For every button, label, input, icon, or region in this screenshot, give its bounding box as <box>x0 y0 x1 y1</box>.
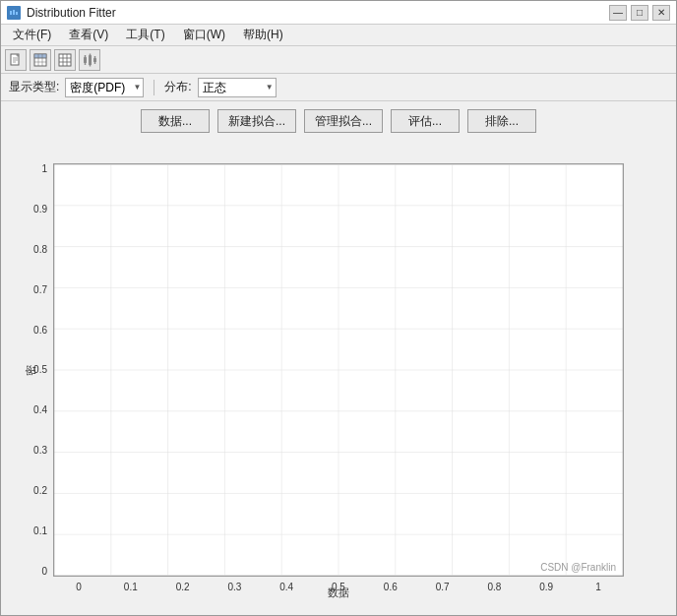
y-tick-1: 0.1 <box>18 525 47 536</box>
dist-select-wrapper: 正态 均匀 泊松 指数 <box>198 78 277 97</box>
menu-view[interactable]: 查看(V) <box>61 25 116 45</box>
main-window: Distribution Fitter — □ ✕ 文件(F) 查看(V) 工具… <box>0 0 677 616</box>
app-icon <box>7 6 21 20</box>
settings-btn[interactable] <box>79 49 100 71</box>
display-type-select[interactable]: 密度(PDF) CDF 概率 分位数 生存函数 <box>65 78 144 97</box>
y-tick-5: 0.5 <box>18 364 47 375</box>
menu-file[interactable]: 文件(F) <box>5 25 59 45</box>
plot-wrapper: 密 1 0.9 0.8 0.7 0.6 0.5 0.4 0.3 0.2 0.1 … <box>53 163 624 577</box>
display-type-label: 显示类型: <box>9 79 59 95</box>
plot-area <box>53 163 624 577</box>
x-tick-8: 0.8 <box>468 582 520 592</box>
toolbar <box>1 46 676 74</box>
svg-rect-2 <box>13 10 15 15</box>
x-tick-0: 0 <box>53 582 104 592</box>
plot-container: 密 1 0.9 0.8 0.7 0.6 0.5 0.4 0.3 0.2 0.1 … <box>1 141 676 615</box>
y-tick-6: 0.6 <box>18 325 47 336</box>
x-tick-6: 0.6 <box>365 582 416 592</box>
svg-rect-3 <box>16 12 18 15</box>
manage-fit-btn[interactable]: 管理拟合... <box>304 109 383 133</box>
x-axis-label: 数据 <box>328 585 349 600</box>
save-table-btn[interactable] <box>30 49 51 71</box>
menu-help[interactable]: 帮助(H) <box>235 25 291 45</box>
y-ticks: 1 0.9 0.8 0.7 0.6 0.5 0.4 0.3 0.2 0.1 0 <box>18 163 47 577</box>
y-tick-7: 0.7 <box>18 284 47 295</box>
title-bar: Distribution Fitter — □ ✕ <box>1 1 676 25</box>
y-tick-4: 0.4 <box>18 404 47 415</box>
dist-label: 分布: <box>164 79 191 95</box>
data-btn[interactable]: 数据... <box>141 109 210 133</box>
grid-btn[interactable] <box>54 49 76 71</box>
y-tick-0: 0 <box>18 566 47 577</box>
x-tick-10: 1 <box>573 582 624 592</box>
svg-rect-20 <box>89 55 92 65</box>
close-btn[interactable]: ✕ <box>652 5 670 21</box>
title-left: Distribution Fitter <box>7 6 116 20</box>
svg-rect-1 <box>10 11 12 15</box>
new-fit-btn[interactable]: 新建拟合... <box>217 109 296 133</box>
exclude-btn[interactable]: 排除... <box>467 109 536 133</box>
y-tick-9: 0.9 <box>18 204 47 215</box>
display-type-wrapper: 密度(PDF) CDF 概率 分位数 生存函数 <box>65 78 144 97</box>
x-tick-9: 0.9 <box>521 582 572 592</box>
svg-rect-9 <box>34 54 46 58</box>
maximize-btn[interactable]: □ <box>631 5 648 21</box>
button-bar: 数据... 新建拟合... 管理拟合... 评估... 排除... <box>1 101 676 141</box>
x-tick-2: 0.2 <box>157 582 209 592</box>
watermark: CSDN @Franklin <box>540 562 616 573</box>
new-file-btn[interactable] <box>5 49 27 71</box>
menu-bar: 文件(F) 查看(V) 工具(T) 窗口(W) 帮助(H) <box>1 25 676 46</box>
menu-tools[interactable]: 工具(T) <box>118 25 172 45</box>
title-controls: — □ ✕ <box>609 5 670 21</box>
svg-rect-21 <box>93 58 96 62</box>
y-tick-2: 0.2 <box>18 485 47 496</box>
x-tick-1: 0.1 <box>105 582 156 592</box>
x-tick-3: 0.3 <box>209 582 260 592</box>
plot-svg <box>54 164 623 576</box>
evaluate-btn[interactable]: 评估... <box>391 109 460 133</box>
x-tick-4: 0.4 <box>261 582 312 592</box>
divider-1 <box>154 80 154 95</box>
dist-select[interactable]: 正态 均匀 泊松 指数 <box>198 78 277 97</box>
display-bar: 显示类型: 密度(PDF) CDF 概率 分位数 生存函数 分布: 正态 均匀 … <box>1 74 676 101</box>
svg-rect-14 <box>59 54 71 66</box>
x-tick-7: 0.7 <box>417 582 468 592</box>
y-tick-8: 0.8 <box>18 244 47 255</box>
y-tick-3: 0.3 <box>18 445 47 456</box>
svg-rect-19 <box>84 57 87 63</box>
minimize-btn[interactable]: — <box>609 5 627 21</box>
menu-window[interactable]: 窗口(W) <box>175 25 233 45</box>
y-tick-10: 1 <box>18 163 47 174</box>
window-title: Distribution Fitter <box>27 6 116 20</box>
